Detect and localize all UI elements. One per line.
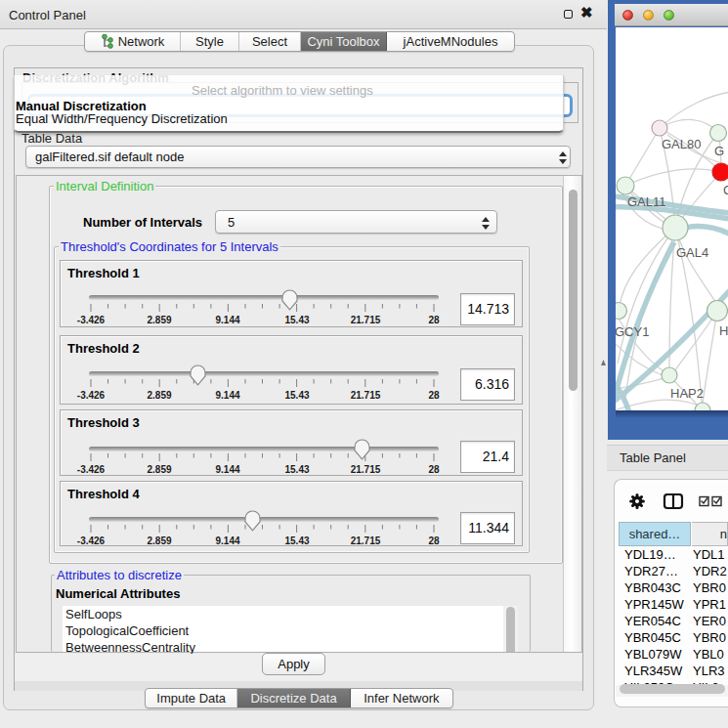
svg-text:C: C — [723, 183, 728, 197]
svg-text:GAL4: GAL4 — [676, 245, 708, 260]
svg-text:GAL80: GAL80 — [662, 137, 701, 151]
svg-text:HAP2: HAP2 — [670, 386, 704, 401]
svg-text:H: H — [719, 323, 728, 338]
svg-text:GAL11: GAL11 — [627, 194, 666, 209]
svg-text:GCY1: GCY1 — [616, 324, 649, 339]
svg-text:G: G — [714, 144, 724, 158]
